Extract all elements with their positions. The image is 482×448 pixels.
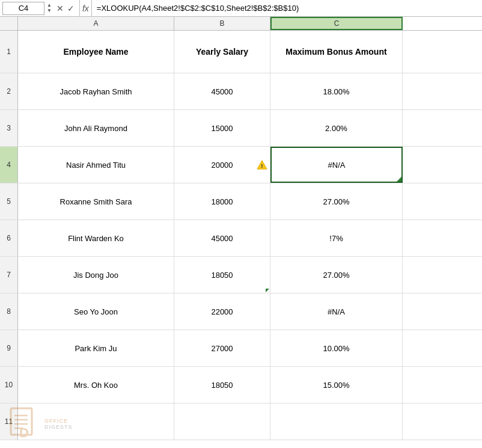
row-number: 4: [0, 147, 18, 183]
table-row: 10 Mrs. Oh Koo 18050 15.00%: [0, 367, 482, 404]
spreadsheet: A B C 1 Employee Name Yearly Salary Maxi…: [0, 17, 482, 440]
formula-input[interactable]: [94, 4, 480, 13]
cell-a8[interactable]: Seo Yo Joon: [18, 293, 174, 330]
cell-ref-value: C4: [19, 4, 29, 13]
fx-label: fx: [79, 0, 92, 16]
cell-c3[interactable]: 2.00%: [270, 110, 403, 146]
cell-a5[interactable]: Roxanne Smith Sara: [18, 183, 174, 219]
cell-b2[interactable]: 45000: [174, 73, 270, 109]
watermark: D OFFICE DIGESTS: [6, 406, 73, 442]
cell-a2[interactable]: Jacob Rayhan Smith: [18, 73, 174, 109]
arrow-up-icon[interactable]: ▲: [47, 3, 52, 8]
cell-a4[interactable]: Nasir Ahmed Titu: [18, 147, 174, 183]
cell-b3[interactable]: 15000: [174, 110, 270, 146]
svg-text:D: D: [19, 425, 29, 440]
svg-text:!: !: [261, 162, 263, 169]
row-number: 7: [0, 257, 18, 293]
cell-a1[interactable]: Employee Name: [18, 31, 174, 73]
cell-b7[interactable]: 18050: [174, 257, 270, 293]
cell-c11[interactable]: [270, 404, 403, 440]
formula-action-icons: ✕ ✓: [54, 4, 77, 13]
cell-indicator: [266, 289, 269, 292]
table-row: 1 Employee Name Yearly Salary Maximum Bo…: [0, 31, 482, 73]
col-header-b[interactable]: B: [174, 17, 270, 30]
table-row: 2 Jacob Rayhan Smith 45000 18.00%: [0, 73, 482, 110]
cell-a7[interactable]: Jis Dong Joo: [18, 257, 174, 293]
cell-b11[interactable]: [174, 404, 270, 440]
cell-b8[interactable]: 22000: [174, 293, 270, 330]
cell-a3[interactable]: John Ali Raymond: [18, 110, 174, 146]
watermark-text: OFFICE DIGESTS: [44, 418, 73, 430]
row-number: 6: [0, 220, 18, 256]
cell-b1[interactable]: Yearly Salary: [174, 31, 270, 73]
table-row: 8 Seo Yo Joon 22000 #N/A: [0, 293, 482, 330]
cell-ref-arrows[interactable]: ▲ ▼: [47, 3, 52, 13]
table-row: 9 Park Kim Ju 27000 10.00%: [0, 330, 482, 367]
header-employee-name: Employee Name: [63, 47, 128, 57]
cell-c2[interactable]: 18.00%: [270, 73, 403, 109]
col-header-a[interactable]: A: [18, 17, 174, 30]
cell-c7[interactable]: 27.00%: [270, 257, 403, 293]
cell-reference-box[interactable]: C4: [2, 2, 44, 15]
cell-c1[interactable]: Maximum Bonus Amount: [270, 31, 403, 73]
row-number: 2: [0, 73, 18, 109]
cell-c6[interactable]: !7%: [270, 220, 403, 256]
table-row: 6 Flint Warden Ko 45000 !7%: [0, 220, 482, 257]
table-row: 7 Jis Dong Joo 18050 27.00%: [0, 257, 482, 293]
cancel-icon[interactable]: ✕: [56, 4, 64, 13]
watermark-icon: D: [6, 406, 42, 442]
arrow-down-icon[interactable]: ▼: [47, 8, 52, 13]
cell-b4[interactable]: 20000 !: [174, 147, 270, 183]
cell-b6[interactable]: 45000: [174, 220, 270, 256]
row-number: 9: [0, 330, 18, 366]
table-row: 3 John Ali Raymond 15000 2.00%: [0, 110, 482, 147]
selection-handle: [397, 177, 401, 182]
cell-b10[interactable]: 18050: [174, 367, 270, 403]
row-number: 5: [0, 183, 18, 219]
cell-c5[interactable]: 27.00%: [270, 183, 403, 219]
cell-c9[interactable]: 10.00%: [270, 330, 403, 366]
header-yearly-salary: Yearly Salary: [196, 47, 248, 57]
row-num-header: [0, 17, 18, 30]
row-number: 1: [0, 31, 18, 73]
row-number: 10: [0, 367, 18, 403]
cell-c10[interactable]: 15.00%: [270, 367, 403, 403]
cell-b5[interactable]: 18000: [174, 183, 270, 219]
cell-c8[interactable]: #N/A: [270, 293, 403, 330]
formula-bar: C4 ▲ ▼ ✕ ✓ fx: [0, 0, 482, 17]
row-number: 3: [0, 110, 18, 146]
header-max-bonus: Maximum Bonus Amount: [285, 47, 386, 57]
row-number: 8: [0, 293, 18, 330]
cell-a9[interactable]: Park Kim Ju: [18, 330, 174, 366]
table-row: 5 Roxanne Smith Sara 18000 27.00%: [0, 183, 482, 220]
cell-a6[interactable]: Flint Warden Ko: [18, 220, 174, 256]
cell-b9[interactable]: 27000: [174, 330, 270, 366]
cell-c4[interactable]: #N/A: [270, 147, 403, 183]
col-header-c[interactable]: C: [270, 17, 403, 30]
column-headers: A B C: [0, 17, 482, 31]
confirm-icon[interactable]: ✓: [67, 4, 75, 13]
table-row: 4 Nasir Ahmed Titu 20000 ! #N/A: [0, 147, 482, 183]
cell-a10[interactable]: Mrs. Oh Koo: [18, 367, 174, 403]
warning-icon: !: [257, 159, 267, 170]
